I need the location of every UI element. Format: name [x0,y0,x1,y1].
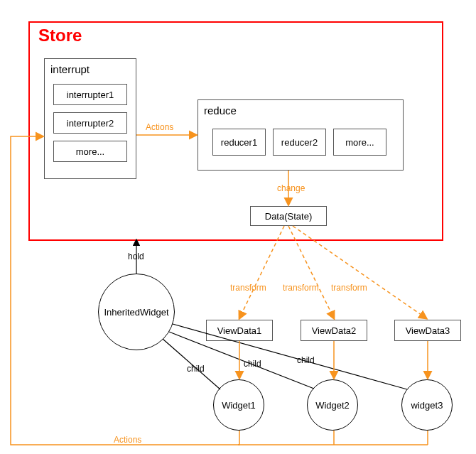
actions-label-2: Actions [114,435,141,445]
transform-label-2: transform [283,283,319,293]
child-label-3: child [297,355,315,365]
interrupter-more-box: more... [53,141,127,162]
data-state-label: Data(State) [265,211,312,222]
widget2-node: Widget2 [307,379,358,431]
interrupter2-label: interrupter2 [67,118,114,129]
reducer-more-box: more... [333,129,386,156]
interrupter1-label: interrupter1 [67,90,114,100]
widget1-label: Widget1 [222,400,256,411]
inherited-widget-node: InheritedWidget [98,274,175,350]
reduce-container: reduce reducer1 reducer2 more... [198,99,404,171]
reduce-title: reduce [204,104,237,117]
reducer2-box: reducer2 [273,129,326,156]
transform-label-1: transform [230,283,266,293]
store-title: Store [38,26,82,45]
child-label-1: child [187,364,205,374]
widget1-node: Widget1 [213,379,264,431]
viewdata2-box: ViewData2 [301,320,367,341]
viewdata1-label: ViewData1 [217,325,262,336]
interrupter-more-label: more... [76,146,104,157]
widget2-label: Widget2 [315,400,350,411]
change-label: change [277,183,305,193]
child-label-2: child [244,359,261,369]
data-state-box: Data(State) [250,206,327,226]
viewdata3-box: ViewData3 [394,320,461,341]
viewdata1-box: ViewData1 [206,320,273,341]
interrupt-title: interrupt [50,63,90,75]
transform-label-3: transform [331,283,367,293]
reducer1-box: reducer1 [212,129,266,156]
widget3-label: widget3 [411,400,443,411]
hold-label: hold [128,252,144,261]
interrupt-container: interrupt interrupter1 interrupter2 more… [44,58,136,179]
inherited-widget-label: InheritedWidget [104,307,168,318]
reducer1-label: reducer1 [221,137,257,148]
viewdata2-label: ViewData2 [312,325,357,336]
interrupter2-box: interrupter2 [53,112,127,134]
interrupter1-box: interrupter1 [53,84,127,105]
viewdata3-label: ViewData3 [406,325,450,336]
widget3-node: widget3 [401,379,453,431]
reducer-more-label: more... [345,137,374,148]
actions-label-1: Actions [146,122,173,132]
diagram-canvas: Store interrupt interrupter1 interrupter… [0,0,476,454]
reducer2-label: reducer2 [281,137,318,148]
